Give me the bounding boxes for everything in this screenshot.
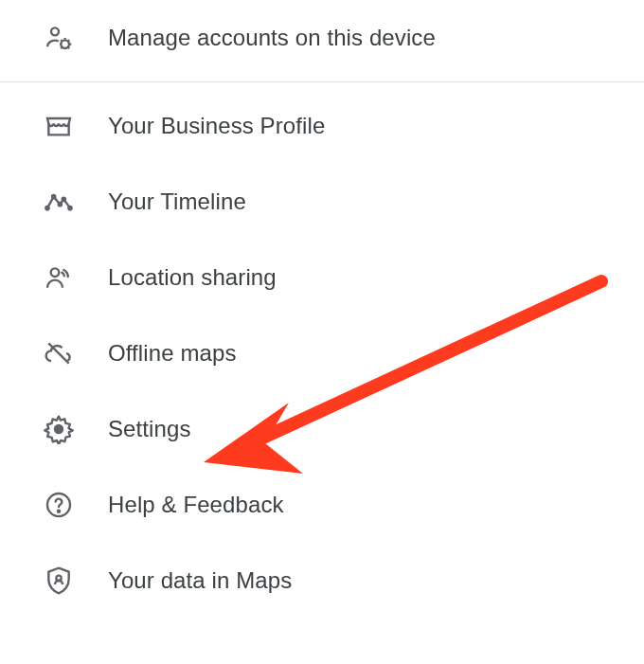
storefront-icon <box>42 109 76 143</box>
menu-item-timeline[interactable]: Your Timeline <box>0 164 644 240</box>
divider <box>0 81 644 82</box>
svg-point-7 <box>51 268 60 277</box>
svg-point-1 <box>61 40 69 48</box>
timeline-icon <box>42 185 76 219</box>
menu-label: Help & Feedback <box>108 492 284 518</box>
menu-label: Your Business Profile <box>108 113 325 139</box>
menu-label: Offline maps <box>108 340 237 367</box>
svg-point-3 <box>52 195 55 198</box>
menu-item-help-feedback[interactable]: Help & Feedback <box>0 467 644 543</box>
menu-label: Settings <box>108 416 191 442</box>
cloud-off-icon <box>42 336 76 370</box>
svg-point-2 <box>45 206 48 209</box>
svg-point-5 <box>63 198 65 201</box>
gear-icon <box>42 412 76 446</box>
menu-item-offline-maps[interactable]: Offline maps <box>0 315 644 391</box>
menu-item-business-profile[interactable]: Your Business Profile <box>0 88 644 164</box>
help-icon <box>42 488 76 522</box>
svg-point-6 <box>68 206 71 209</box>
menu-item-settings[interactable]: Settings <box>0 391 644 467</box>
menu-label: Your Timeline <box>108 188 246 215</box>
settings-menu: Manage accounts on this device Your Busi… <box>0 0 644 619</box>
menu-item-manage-accounts[interactable]: Manage accounts on this device <box>0 0 644 76</box>
svg-point-9 <box>55 425 63 433</box>
privacy-shield-icon <box>42 564 76 598</box>
svg-point-11 <box>58 511 60 512</box>
manage-accounts-icon <box>42 21 76 55</box>
location-sharing-icon <box>42 260 76 295</box>
menu-label: Your data in Maps <box>108 567 292 594</box>
menu-label: Manage accounts on this device <box>108 25 436 51</box>
menu-item-location-sharing[interactable]: Location sharing <box>0 240 644 315</box>
svg-point-4 <box>59 203 62 206</box>
svg-point-0 <box>51 27 59 35</box>
menu-item-your-data[interactable]: Your data in Maps <box>0 543 644 619</box>
menu-label: Location sharing <box>108 264 277 291</box>
